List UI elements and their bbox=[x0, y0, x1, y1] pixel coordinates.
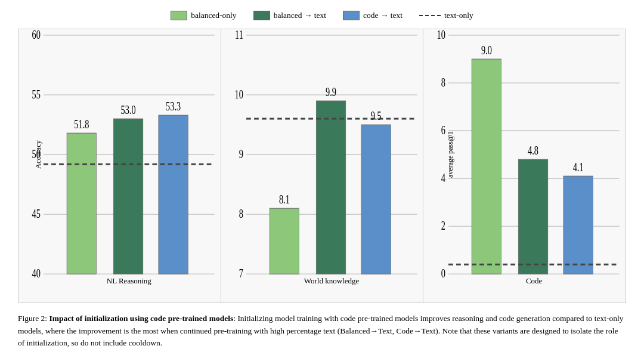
legend-swatch-balanced-text bbox=[253, 11, 270, 20]
legend-item-balanced-text: balanced → text bbox=[253, 11, 326, 20]
legend-item-text-only: text-only bbox=[419, 11, 473, 20]
legend-label-balanced-text: balanced → text bbox=[274, 11, 326, 20]
svg-text:9.5: 9.5 bbox=[370, 108, 381, 123]
svg-text:9: 9 bbox=[239, 146, 243, 161]
svg-text:4.1: 4.1 bbox=[573, 159, 584, 174]
x-axis-label-code: Code bbox=[448, 276, 620, 286]
legend-label-text-only: text-only bbox=[444, 11, 473, 20]
caption-bold: Impact of initialization using code pre-… bbox=[49, 314, 234, 323]
legend-label-code-text: code → text bbox=[363, 11, 402, 20]
svg-rect-10 bbox=[67, 133, 97, 274]
chart-area-code: average pass@1 0 2 4 6 8 10 bbox=[448, 35, 620, 274]
svg-text:2: 2 bbox=[441, 218, 445, 233]
figure-caption: Figure 2: Impact of initialization using… bbox=[18, 309, 626, 349]
x-axis-label-nl: NL Reasoning bbox=[44, 276, 215, 286]
chart-svg-nl: 40 45 50 55 60 51.8 53.0 53.3 bbox=[44, 35, 215, 274]
svg-text:4: 4 bbox=[441, 170, 445, 185]
svg-rect-50 bbox=[564, 176, 593, 274]
legend-label-balanced-only: balanced-only bbox=[191, 11, 236, 20]
svg-text:60: 60 bbox=[32, 27, 40, 42]
svg-text:8: 8 bbox=[441, 75, 445, 89]
chart-svg-world: 7 8 9 10 11 8.1 9.9 9.5 bbox=[246, 35, 417, 274]
svg-text:53.3: 53.3 bbox=[166, 98, 181, 113]
x-axis-label-world: World knowledge bbox=[246, 276, 417, 286]
svg-rect-14 bbox=[159, 115, 188, 274]
legend-swatch-balanced-only bbox=[171, 11, 187, 20]
svg-text:55: 55 bbox=[32, 87, 40, 101]
svg-text:10: 10 bbox=[437, 27, 445, 42]
chart-code: average pass@1 0 2 4 6 8 10 bbox=[423, 29, 626, 303]
svg-text:10: 10 bbox=[234, 87, 243, 101]
svg-text:4.8: 4.8 bbox=[528, 143, 538, 158]
svg-rect-46 bbox=[472, 59, 501, 274]
svg-text:9.9: 9.9 bbox=[326, 84, 336, 99]
chart-world-knowledge: 7 8 9 10 11 8.1 9.9 9.5 bbox=[221, 29, 423, 303]
svg-text:53.0: 53.0 bbox=[120, 102, 135, 117]
svg-text:11: 11 bbox=[235, 27, 243, 42]
svg-text:51.8: 51.8 bbox=[74, 116, 89, 131]
legend-swatch-code-text bbox=[343, 11, 360, 20]
svg-text:7: 7 bbox=[239, 266, 243, 280]
svg-rect-31 bbox=[361, 125, 391, 274]
y-axis-label-code: average pass@1 bbox=[446, 131, 455, 178]
chart-area-nl-reasoning: Accuracy 40 45 50 55 60 bbox=[44, 35, 215, 274]
svg-text:45: 45 bbox=[32, 206, 40, 221]
legend-dash-text-only bbox=[419, 15, 441, 16]
svg-text:9.0: 9.0 bbox=[481, 42, 492, 57]
svg-text:40: 40 bbox=[32, 266, 40, 280]
y-axis-label-nl: Accuracy bbox=[34, 140, 43, 169]
legend-item-balanced-only: balanced-only bbox=[171, 11, 236, 20]
chart-legend: balanced-only balanced → text code → tex… bbox=[18, 11, 626, 23]
svg-rect-12 bbox=[113, 119, 143, 274]
svg-rect-48 bbox=[519, 159, 549, 274]
svg-text:8: 8 bbox=[239, 206, 243, 221]
charts-row: Accuracy 40 45 50 55 60 bbox=[18, 29, 626, 303]
legend-item-code-text: code → text bbox=[343, 11, 402, 20]
svg-rect-29 bbox=[316, 101, 346, 274]
svg-text:8.1: 8.1 bbox=[279, 192, 290, 206]
svg-rect-27 bbox=[270, 208, 299, 274]
svg-text:0: 0 bbox=[441, 266, 445, 280]
svg-text:6: 6 bbox=[441, 122, 445, 137]
chart-area-world: 7 8 9 10 11 8.1 9.9 9.5 bbox=[246, 35, 417, 274]
chart-nl-reasoning: Accuracy 40 45 50 55 60 bbox=[18, 29, 221, 303]
chart-svg-code: 0 2 4 6 8 10 9.0 4.8 4.1 bbox=[448, 35, 620, 274]
caption-prefix: Figure 2: bbox=[18, 314, 49, 323]
